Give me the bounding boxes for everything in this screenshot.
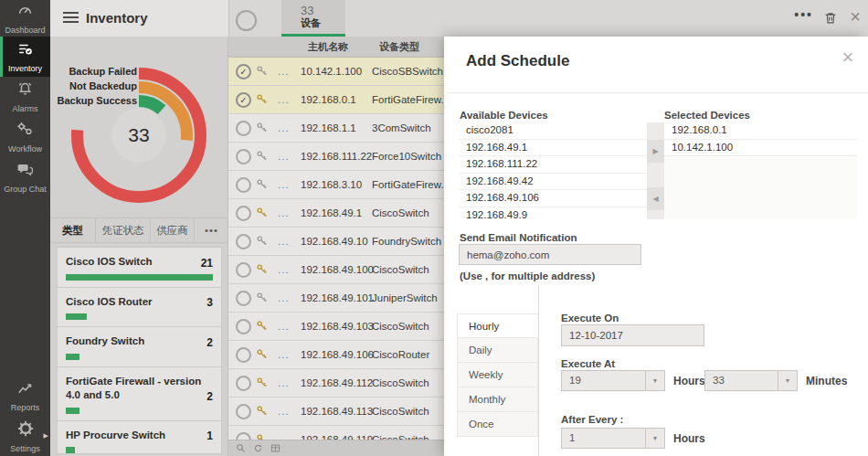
- row-checkbox[interactable]: [236, 177, 251, 193]
- row-checkbox[interactable]: [236, 347, 251, 363]
- row-checkbox[interactable]: [236, 149, 251, 164]
- inventory-header: Inventory: [50, 0, 229, 37]
- after-every-select[interactable]: 1: [561, 428, 665, 449]
- device-row[interactable]: ... 192.168.49.10 FoundrySwitch: [228, 228, 444, 256]
- credential-key-icon: [256, 320, 268, 334]
- dialog-close-icon[interactable]: [837, 46, 859, 69]
- device-type-label: Foundry Switch: [66, 334, 201, 349]
- device-row[interactable]: ... 192.168.49.1 CiscoSwitch: [228, 199, 444, 228]
- device-type-row[interactable]: Foundry Switch 2: [58, 327, 221, 367]
- device-row[interactable]: ... 192.168.0.1 FortiGateFirew...: [228, 86, 444, 114]
- search-icon[interactable]: [236, 443, 246, 453]
- device-type-row[interactable]: FortiGate Firewall - version 4.0 and 5.0…: [58, 367, 221, 421]
- grid-view-icon[interactable]: [270, 443, 281, 453]
- row-checkbox[interactable]: [236, 376, 251, 391]
- available-device-item[interactable]: cisco2081: [459, 122, 647, 140]
- row-menu-ellipsis[interactable]: ...: [278, 179, 301, 190]
- credential-key-icon: [256, 178, 268, 192]
- close-icon[interactable]: [850, 6, 861, 27]
- sidebar-item-reports[interactable]: Reports: [0, 376, 50, 416]
- row-menu-ellipsis[interactable]: ...: [278, 292, 301, 303]
- table-header: 主机名称 设备类型: [228, 37, 444, 58]
- device-row[interactable]: ... 192.168.1.1 3ComSwitch: [228, 114, 444, 143]
- device-type-row[interactable]: HP Procurve Switch 1: [58, 421, 221, 454]
- top-bar: Inventory 33 设备: [50, 0, 868, 37]
- sidebar-item-alarms[interactable]: Alarms: [0, 77, 50, 117]
- device-row[interactable]: ... 192.168.49.103 CiscoSwitch: [228, 313, 444, 341]
- device-row[interactable]: ... 192.168.49.101 JuniperSwitch: [228, 284, 444, 313]
- sidebar-item-dashboard[interactable]: Dashboard: [0, 0, 50, 37]
- device-type-bar: [66, 313, 87, 320]
- tab-device-label: 设备: [301, 17, 345, 29]
- row-checkbox[interactable]: [236, 121, 251, 136]
- row-menu-ellipsis[interactable]: ...: [278, 151, 301, 162]
- email-input[interactable]: [459, 244, 641, 265]
- selected-device-item[interactable]: 10.142.1.100: [664, 140, 857, 157]
- move-right-icon[interactable]: [647, 140, 664, 163]
- row-menu-ellipsis[interactable]: ...: [278, 94, 301, 105]
- sidebar-item-group-chat[interactable]: Group Chat: [0, 157, 50, 197]
- tab-devices[interactable]: 33 设备: [281, 0, 345, 37]
- row-menu-ellipsis[interactable]: ...: [278, 377, 301, 388]
- widget-tab[interactable]: 凭证状态: [96, 218, 151, 242]
- row-menu-ellipsis[interactable]: ...: [278, 122, 301, 133]
- row-checkbox[interactable]: [236, 262, 251, 278]
- frequency-option[interactable]: Monthly: [457, 387, 538, 412]
- device-type-row[interactable]: Cisco IOS Switch 21: [58, 248, 221, 288]
- available-device-item[interactable]: 192.168.49.9: [459, 207, 647, 219]
- backup-status-donut[interactable]: 33 Backup Failed Not Backedup Backup Suc…: [50, 37, 228, 217]
- widget-tab[interactable]: 类型: [50, 218, 96, 242]
- row-checkbox[interactable]: [236, 92, 251, 108]
- hours-unit-label: Hours: [673, 375, 705, 387]
- frequency-option[interactable]: Once: [457, 412, 538, 437]
- row-checkbox[interactable]: [236, 64, 251, 80]
- available-device-item[interactable]: 192.168.49.42: [459, 174, 647, 191]
- device-row[interactable]: ... 192.168.49.106 CiscoRouter: [228, 341, 444, 369]
- device-row[interactable]: ... 192.168.49.100 CiscoSwitch: [228, 256, 444, 284]
- frequency-option[interactable]: Hourly: [457, 313, 538, 338]
- row-menu-ellipsis[interactable]: ...: [278, 207, 301, 218]
- available-device-item[interactable]: 192.168.49.106: [459, 190, 647, 207]
- widget-tab[interactable]: 供应商: [151, 218, 195, 242]
- widget-tab[interactable]: •••: [195, 218, 228, 242]
- delete-icon[interactable]: [823, 10, 838, 29]
- row-menu-ellipsis[interactable]: ...: [278, 66, 301, 77]
- selected-device-item[interactable]: 192.168.0.1: [664, 122, 857, 140]
- available-device-item[interactable]: 192.168.111.22: [459, 156, 647, 174]
- device-row[interactable]: ... 192.168.111.22 Force10Switch: [228, 143, 444, 171]
- device-row[interactable]: ... 192.168.49.113 CiscoSwitch: [228, 398, 444, 426]
- row-checkbox[interactable]: [236, 234, 251, 249]
- available-devices-list: cisco2081 192.168.49.1 192.168.111.22 19…: [459, 122, 647, 219]
- chart-icon: [16, 379, 34, 400]
- move-left-icon[interactable]: [647, 187, 664, 210]
- table-scrollbar[interactable]: [444, 37, 448, 456]
- refresh-icon[interactable]: [253, 443, 263, 453]
- frequency-option[interactable]: Weekly: [457, 363, 538, 387]
- hour-select[interactable]: 19: [561, 370, 665, 391]
- frequency-option[interactable]: Daily: [457, 338, 538, 363]
- menu-hamburger-icon[interactable]: [63, 12, 79, 25]
- more-options-icon[interactable]: [794, 7, 813, 22]
- execute-on-date-input[interactable]: [561, 324, 704, 346]
- selected-devices-list: 192.168.0.1 10.142.1.100: [664, 122, 857, 219]
- device-row[interactable]: ... 192.168.49.112 CiscoSwitch: [228, 369, 444, 398]
- table-body: ... 10.142.1.100 CiscoSBSwitch: [228, 58, 444, 454]
- row-menu-ellipsis[interactable]: ...: [278, 349, 301, 360]
- row-menu-ellipsis[interactable]: ...: [278, 236, 301, 247]
- row-menu-ellipsis[interactable]: ...: [278, 321, 301, 332]
- sidebar-item-workflow[interactable]: Workflow: [0, 117, 50, 157]
- minute-select[interactable]: 33: [704, 370, 798, 391]
- sidebar-item-inventory[interactable]: Inventory: [0, 37, 50, 77]
- device-type-row[interactable]: Cisco IOS Router 3: [58, 288, 221, 328]
- device-row[interactable]: ... 10.142.1.100 CiscoSBSwitch: [228, 58, 444, 86]
- available-device-item[interactable]: 192.168.49.1: [459, 140, 647, 157]
- select-all-checkbox[interactable]: [236, 10, 257, 31]
- row-menu-ellipsis[interactable]: ...: [278, 264, 301, 275]
- row-checkbox[interactable]: [236, 404, 251, 419]
- row-menu-ellipsis[interactable]: ...: [278, 406, 301, 417]
- row-checkbox[interactable]: [236, 319, 251, 334]
- row-checkbox[interactable]: [236, 206, 251, 221]
- row-checkbox[interactable]: [236, 291, 251, 306]
- device-row[interactable]: ... 192.168.3.10 FortiGateFirew...: [228, 171, 444, 199]
- sidebar-item-settings[interactable]: Settings: [0, 416, 50, 456]
